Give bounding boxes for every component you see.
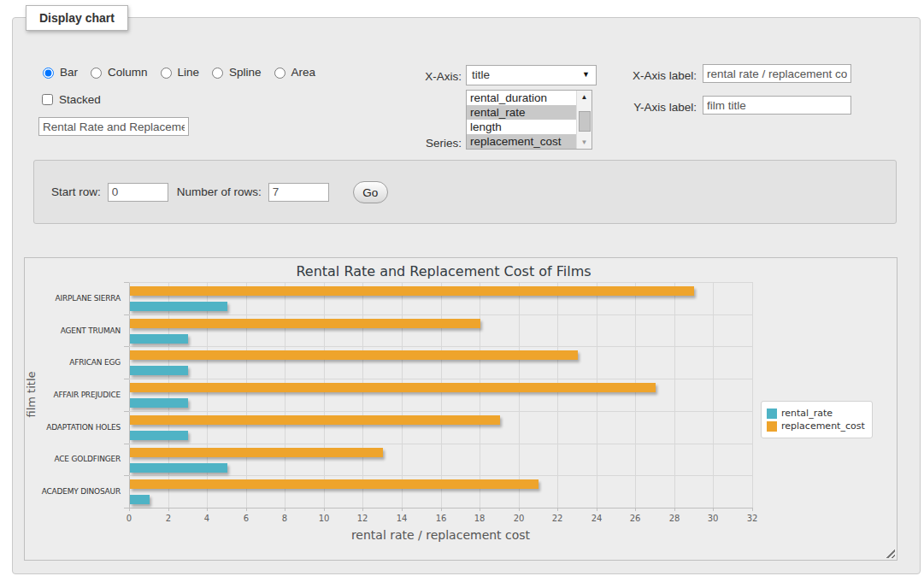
- y-tick-mark: [124, 475, 129, 476]
- gridline-vertical: [519, 282, 520, 508]
- gridline-vertical: [362, 282, 363, 508]
- bar-replacement_cost: [130, 286, 694, 296]
- num-rows-label: Number of rows:: [177, 185, 262, 198]
- gridline-vertical: [674, 282, 675, 508]
- x-tick-label: 6: [233, 514, 259, 523]
- chart-type-radio-area[interactable]: [274, 68, 285, 79]
- x-axis-line: [129, 508, 752, 509]
- x-tick-label: 12: [350, 514, 375, 523]
- gridline-vertical: [168, 282, 169, 508]
- gridline-vertical: [557, 282, 558, 508]
- category-label: AFFAIR PREJUDICE: [25, 391, 121, 399]
- stacked-checkbox[interactable]: [42, 94, 53, 105]
- x-tick-label: 22: [544, 514, 570, 523]
- chart-type-radio-spline[interactable]: [212, 68, 223, 79]
- x-tick-label: 4: [194, 514, 220, 523]
- y-axis-title: film title: [25, 339, 38, 450]
- x-tick-label: 32: [739, 514, 765, 523]
- bar-rental_rate: [130, 398, 188, 408]
- stacked-row: Stacked: [38, 91, 101, 108]
- chart-container: Rental Rate and Replacement Cost of Film…: [24, 257, 898, 561]
- chart-type-label-spline: Spline: [229, 66, 262, 79]
- y-tick-mark: [124, 346, 129, 347]
- chart-type-label-area: Area: [291, 66, 316, 79]
- start-row-label: Start row:: [51, 185, 101, 198]
- chart-type-label-line: Line: [178, 66, 200, 79]
- category-label: ADAPTATION HOLES: [25, 423, 121, 432]
- y-axis-line: [129, 282, 130, 508]
- chart-title-input[interactable]: [38, 117, 189, 136]
- bar-rental_rate: [130, 302, 227, 311]
- x-tick-label: 8: [272, 514, 297, 523]
- gridline-horizontal: [129, 315, 752, 315]
- x-axis-title: rental rate / replacement cost: [129, 528, 752, 542]
- bar-rental_rate: [130, 334, 188, 344]
- y-tick-mark: [124, 379, 129, 379]
- category-label: AIRPLANE SIERRA: [25, 294, 121, 303]
- gridline-horizontal: [129, 379, 752, 379]
- legend-swatch-icon: [767, 421, 777, 432]
- x-tick-label: 20: [506, 514, 532, 523]
- gridline-vertical: [207, 282, 208, 508]
- category-label: ACE GOLDFINGER: [25, 455, 121, 463]
- legend-item-replacement_cost[interactable]: replacement_cost: [767, 420, 865, 432]
- scrollbar-thumb[interactable]: [579, 111, 591, 132]
- bar-rental_rate: [130, 431, 188, 440]
- legend-label: replacement_cost: [781, 420, 865, 432]
- bar-replacement_cost: [130, 350, 578, 360]
- start-row-input[interactable]: [108, 183, 168, 202]
- x-tick-label: 30: [700, 514, 726, 523]
- series-option-replacement_cost[interactable]: replacement_cost: [467, 134, 591, 149]
- scrollbar-down-icon[interactable]: ▼: [577, 136, 591, 149]
- gridline-horizontal: [129, 346, 752, 347]
- x-tick-label: 24: [584, 514, 609, 523]
- y-tick-mark: [124, 315, 129, 315]
- legend-swatch-icon: [767, 409, 777, 419]
- x-axis-select-label: X-Axis:: [380, 70, 462, 83]
- gridline-horizontal: [129, 411, 752, 412]
- gridline-vertical: [324, 282, 325, 508]
- gridline-horizontal: [129, 475, 752, 476]
- chart-type-label-bar: Bar: [60, 66, 78, 79]
- gridline-vertical: [402, 282, 403, 508]
- gridline-vertical: [480, 282, 480, 508]
- series-listbox[interactable]: rental_durationrental_ratelengthreplacem…: [466, 90, 592, 150]
- bar-replacement_cost: [130, 448, 383, 457]
- listbox-scrollbar[interactable]: ▲ ▼: [576, 91, 591, 149]
- chart-type-radio-column[interactable]: [91, 68, 102, 79]
- x-tick-label: 28: [662, 514, 687, 523]
- y-tick-mark: [124, 508, 129, 509]
- x-tick-mark: [752, 508, 753, 511]
- num-rows-input[interactable]: [268, 183, 329, 202]
- x-tick-label: 10: [311, 514, 337, 523]
- y-tick-mark: [124, 411, 129, 412]
- gridline-vertical: [246, 282, 247, 508]
- y-tick-mark: [124, 444, 129, 444]
- x-tick-label: 14: [389, 514, 415, 523]
- category-label: AFRICAN EGG: [25, 358, 121, 367]
- bar-replacement_cost: [130, 383, 656, 392]
- chart-type-label-column: Column: [108, 66, 148, 79]
- bar-rental_rate: [130, 366, 188, 375]
- resize-grip-icon[interactable]: [886, 549, 895, 558]
- x-axis-label-input[interactable]: [703, 64, 851, 83]
- gridline-horizontal: [129, 282, 752, 283]
- plot-area: [129, 282, 752, 508]
- display-chart-fieldset: Display chart BarColumnLineSplineArea St…: [12, 17, 921, 574]
- series-option-length[interactable]: length: [467, 120, 591, 134]
- bar-replacement_cost: [130, 415, 500, 425]
- chart-type-radio-bar[interactable]: [43, 68, 54, 79]
- x-tick-label: 0: [116, 514, 142, 523]
- go-button[interactable]: Go: [353, 181, 388, 203]
- chart-type-radio-line[interactable]: [161, 68, 172, 79]
- bar-rental_rate: [130, 463, 227, 473]
- gridline-vertical: [285, 282, 285, 508]
- bar-rental_rate: [130, 495, 150, 504]
- legend-item-rental_rate[interactable]: rental_rate: [767, 408, 865, 419]
- series-options: rental_durationrental_ratelengthreplacem…: [467, 91, 591, 149]
- category-label: ACADEMY DINOSAUR: [25, 487, 121, 496]
- chart-legend: rental_ratereplacement_cost: [761, 401, 873, 438]
- x-tick-label: 2: [156, 514, 181, 523]
- y-axis-label-input[interactable]: [703, 96, 851, 115]
- gridline-horizontal: [129, 444, 752, 444]
